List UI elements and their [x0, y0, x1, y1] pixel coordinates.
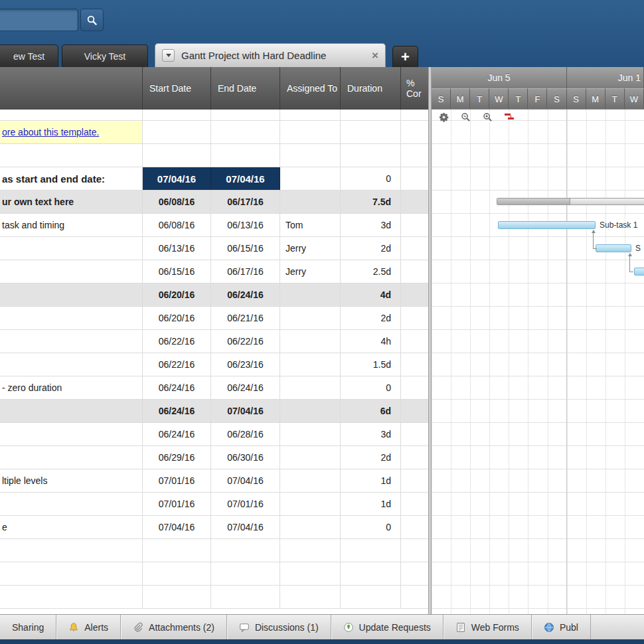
cell-end[interactable]: 06/30/16 — [211, 446, 280, 469]
cell-end[interactable] — [211, 586, 280, 608]
cell-name[interactable]: ore about this template. — [0, 121, 143, 143]
cell-assigned[interactable] — [280, 283, 341, 306]
cell-pct[interactable] — [401, 167, 428, 190]
cell-assigned[interactable] — [280, 562, 341, 585]
table-row[interactable] — [0, 144, 428, 167]
cell-pct[interactable] — [401, 562, 428, 585]
cell-name[interactable] — [0, 144, 143, 167]
cell-name[interactable] — [0, 110, 143, 120]
task-bar[interactable] — [634, 268, 644, 276]
cell-duration[interactable]: 2d — [341, 307, 401, 329]
cell-pct[interactable] — [401, 493, 428, 515]
table-row[interactable]: 06/22/1606/22/164h — [0, 330, 428, 353]
cell-name[interactable] — [0, 283, 143, 306]
cell-end[interactable]: 06/23/16 — [211, 353, 280, 376]
cell-assigned[interactable] — [280, 353, 341, 376]
table-row[interactable]: 07/01/1607/01/161d — [0, 493, 428, 516]
cell-start[interactable]: 06/22/16 — [143, 330, 211, 353]
cell-duration[interactable]: 7.5d — [341, 191, 401, 213]
cell-duration[interactable]: 1d — [341, 493, 401, 515]
cell-name[interactable]: ltiple levels — [0, 469, 143, 492]
cell-name[interactable] — [0, 586, 143, 608]
cell-assigned[interactable] — [280, 144, 341, 167]
table-row[interactable]: 06/15/1606/17/16Jerry2.5d — [0, 260, 428, 283]
tab-menu-dropdown[interactable] — [162, 49, 175, 62]
cell-end[interactable]: 06/15/16 — [211, 237, 280, 260]
cell-pct[interactable] — [401, 446, 428, 469]
cell-assigned[interactable]: Tom — [280, 214, 341, 236]
cell-start[interactable]: 06/20/16 — [143, 307, 211, 329]
cell-assigned[interactable] — [280, 191, 341, 213]
cell-name[interactable] — [0, 493, 143, 515]
cell-end[interactable] — [211, 562, 280, 585]
cell-end[interactable]: 07/04/16 — [211, 400, 280, 422]
cell-duration[interactable]: 4h — [341, 330, 401, 353]
add-tab-button[interactable]: + — [392, 46, 418, 67]
cell-end[interactable] — [211, 539, 280, 562]
cell-pct[interactable] — [401, 353, 428, 376]
cell-assigned[interactable] — [280, 330, 341, 353]
cell-end[interactable]: 06/28/16 — [211, 423, 280, 445]
cell-assigned[interactable] — [280, 539, 341, 562]
cell-start[interactable]: 07/04/16 — [143, 516, 211, 538]
cell-start[interactable]: 06/22/16 — [143, 353, 211, 376]
cell-end[interactable]: 06/21/16 — [211, 307, 280, 329]
cell-name[interactable]: e — [0, 516, 143, 538]
sheet-tab-gantt-project[interactable]: Gantt Project with Hard Deadline × — [155, 43, 386, 67]
cell-end[interactable]: 06/13/16 — [211, 214, 280, 236]
cell-start[interactable]: 07/01/16 — [143, 493, 211, 515]
cell-pct[interactable] — [401, 191, 428, 213]
cell-end[interactable]: 06/24/16 — [211, 283, 280, 306]
cell-start[interactable]: 06/13/16 — [143, 237, 211, 260]
cell-start[interactable]: 06/15/16 — [143, 260, 211, 283]
cell-pct[interactable] — [401, 237, 428, 260]
cell-start[interactable] — [143, 144, 211, 167]
cell-duration[interactable]: 0 — [341, 516, 401, 538]
table-row[interactable] — [0, 562, 428, 586]
cell-pct[interactable] — [401, 110, 428, 120]
cell-duration[interactable]: 0 — [341, 376, 401, 399]
cell-name[interactable] — [0, 330, 143, 353]
cell-name[interactable]: task and timing — [0, 214, 143, 236]
cell-start[interactable] — [143, 539, 211, 562]
cell-start[interactable] — [143, 110, 211, 120]
cell-end[interactable]: 06/24/16 — [211, 376, 280, 399]
bottom-tab-update-requests[interactable]: Update Requests — [331, 615, 443, 639]
table-row[interactable] — [0, 539, 428, 562]
cell-pct[interactable] — [401, 121, 428, 143]
cell-pct[interactable] — [401, 400, 428, 422]
cell-duration[interactable] — [341, 144, 401, 167]
cell-assigned[interactable] — [280, 446, 341, 469]
cell-pct[interactable] — [401, 469, 428, 492]
column-header-end-date[interactable]: End Date — [211, 67, 280, 110]
cell-pct[interactable] — [401, 376, 428, 399]
cell-end[interactable]: 06/17/16 — [211, 191, 280, 213]
summary-bar[interactable] — [497, 198, 644, 205]
cell-name[interactable]: - zero duration — [0, 376, 143, 399]
cell-duration[interactable]: 1.5d — [341, 353, 401, 376]
cell-duration[interactable] — [341, 121, 401, 143]
cell-name[interactable] — [0, 423, 143, 445]
bottom-tab-discussions-1[interactable]: Discussions (1) — [227, 615, 331, 639]
column-header-duration[interactable]: Duration — [341, 67, 401, 110]
table-row[interactable]: 06/20/1606/24/164d — [0, 283, 428, 307]
cell-start[interactable]: 06/08/16 — [143, 214, 211, 236]
cell-duration[interactable]: 2.5d — [341, 260, 401, 283]
table-row[interactable]: 06/22/1606/23/161.5d — [0, 353, 428, 376]
cell-name[interactable] — [0, 400, 143, 422]
cell-end[interactable]: 07/04/16 — [211, 516, 280, 538]
cell-assigned[interactable] — [280, 307, 341, 329]
table-row[interactable]: as start and end date:07/04/1607/04/160 — [0, 167, 428, 191]
cell-name[interactable] — [0, 260, 143, 283]
cell-assigned[interactable] — [280, 110, 341, 120]
cell-duration[interactable]: 3d — [341, 214, 401, 236]
table-row[interactable]: 06/24/1607/04/166d — [0, 400, 428, 423]
close-tab-icon[interactable]: × — [372, 49, 378, 62]
cell-start[interactable] — [143, 562, 211, 585]
cell-pct[interactable] — [401, 260, 428, 283]
table-row[interactable]: e07/04/1607/04/160 — [0, 516, 428, 539]
cell-start[interactable]: 06/29/16 — [143, 446, 211, 469]
cell-end[interactable] — [211, 110, 280, 120]
cell-assigned[interactable] — [280, 516, 341, 538]
cell-duration[interactable]: 2d — [341, 237, 401, 260]
